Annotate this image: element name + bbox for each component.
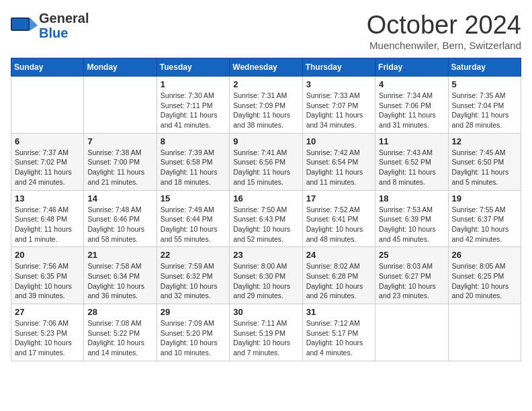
day-info: Sunrise: 7:52 AM Sunset: 6:41 PM Dayligh… bbox=[306, 205, 371, 244]
day-number: 1 bbox=[161, 79, 226, 89]
location-text: Muenchenwiler, Bern, Switzerland bbox=[367, 40, 521, 51]
calendar-cell: 27Sunrise: 7:06 AM Sunset: 5:23 PM Dayli… bbox=[11, 304, 84, 361]
day-info: Sunrise: 8:05 AM Sunset: 6:25 PM Dayligh… bbox=[452, 261, 517, 301]
day-number: 8 bbox=[161, 136, 226, 146]
day-info: Sunrise: 8:03 AM Sunset: 6:27 PM Dayligh… bbox=[379, 261, 444, 301]
calendar-cell: 18Sunrise: 7:53 AM Sunset: 6:39 PM Dayli… bbox=[375, 190, 448, 247]
day-number: 29 bbox=[161, 307, 226, 317]
day-info: Sunrise: 7:45 AM Sunset: 6:50 PM Dayligh… bbox=[452, 148, 517, 187]
month-title: October 2024 bbox=[367, 11, 521, 40]
calendar-cell: 11Sunrise: 7:43 AM Sunset: 6:52 PM Dayli… bbox=[375, 133, 448, 190]
day-info: Sunrise: 7:11 AM Sunset: 5:19 PM Dayligh… bbox=[233, 318, 298, 358]
day-info: Sunrise: 7:42 AM Sunset: 6:54 PM Dayligh… bbox=[306, 148, 371, 187]
day-info: Sunrise: 7:12 AM Sunset: 5:17 PM Dayligh… bbox=[306, 318, 371, 358]
calendar-cell bbox=[84, 77, 157, 134]
day-info: Sunrise: 7:30 AM Sunset: 7:11 PM Dayligh… bbox=[161, 91, 226, 130]
calendar-cell: 24Sunrise: 8:02 AM Sunset: 6:28 PM Dayli… bbox=[302, 247, 375, 304]
calendar-cell: 28Sunrise: 7:08 AM Sunset: 5:22 PM Dayli… bbox=[84, 304, 157, 361]
day-number: 26 bbox=[452, 250, 517, 260]
calendar-cell: 4Sunrise: 7:34 AM Sunset: 7:06 PM Daylig… bbox=[375, 77, 448, 134]
logo: General Blue bbox=[11, 11, 89, 40]
day-info: Sunrise: 7:08 AM Sunset: 5:22 PM Dayligh… bbox=[87, 318, 152, 358]
page-header: General Blue October 2024 Muenchenwiler,… bbox=[11, 11, 521, 51]
day-info: Sunrise: 7:59 AM Sunset: 6:32 PM Dayligh… bbox=[161, 261, 226, 301]
day-number: 5 bbox=[452, 79, 517, 89]
day-header-wednesday: Wednesday bbox=[230, 58, 302, 77]
calendar-cell: 9Sunrise: 7:41 AM Sunset: 6:56 PM Daylig… bbox=[230, 133, 302, 190]
day-info: Sunrise: 7:46 AM Sunset: 6:48 PM Dayligh… bbox=[15, 205, 80, 244]
day-info: Sunrise: 7:41 AM Sunset: 6:56 PM Dayligh… bbox=[233, 148, 298, 187]
title-section: October 2024 Muenchenwiler, Bern, Switze… bbox=[367, 11, 521, 51]
calendar-cell: 5Sunrise: 7:35 AM Sunset: 7:04 PM Daylig… bbox=[448, 77, 521, 134]
day-number: 20 bbox=[15, 250, 80, 260]
day-number: 13 bbox=[15, 193, 80, 203]
calendar-cell: 19Sunrise: 7:55 AM Sunset: 6:37 PM Dayli… bbox=[448, 190, 521, 247]
day-number: 15 bbox=[161, 193, 226, 203]
calendar-header-row: SundayMondayTuesdayWednesdayThursdayFrid… bbox=[11, 58, 521, 77]
calendar-cell: 25Sunrise: 8:03 AM Sunset: 6:27 PM Dayli… bbox=[375, 247, 448, 304]
day-info: Sunrise: 7:48 AM Sunset: 6:46 PM Dayligh… bbox=[87, 205, 152, 244]
day-info: Sunrise: 8:02 AM Sunset: 6:28 PM Dayligh… bbox=[306, 261, 371, 301]
day-info: Sunrise: 7:55 AM Sunset: 6:37 PM Dayligh… bbox=[452, 205, 517, 244]
calendar-cell: 6Sunrise: 7:37 AM Sunset: 7:02 PM Daylig… bbox=[11, 133, 84, 190]
calendar-week-5: 27Sunrise: 7:06 AM Sunset: 5:23 PM Dayli… bbox=[11, 304, 521, 361]
day-number: 18 bbox=[379, 193, 444, 203]
day-number: 22 bbox=[161, 250, 226, 260]
day-info: Sunrise: 7:31 AM Sunset: 7:09 PM Dayligh… bbox=[233, 91, 298, 130]
day-header-sunday: Sunday bbox=[11, 58, 84, 77]
logo-blue-text: Blue bbox=[39, 26, 89, 40]
day-header-monday: Monday bbox=[84, 58, 157, 77]
day-info: Sunrise: 7:53 AM Sunset: 6:39 PM Dayligh… bbox=[379, 205, 444, 244]
calendar-cell: 30Sunrise: 7:11 AM Sunset: 5:19 PM Dayli… bbox=[230, 304, 302, 361]
calendar-cell bbox=[448, 304, 521, 361]
calendar-cell: 16Sunrise: 7:50 AM Sunset: 6:43 PM Dayli… bbox=[230, 190, 302, 247]
day-info: Sunrise: 7:35 AM Sunset: 7:04 PM Dayligh… bbox=[452, 91, 517, 130]
day-header-tuesday: Tuesday bbox=[157, 58, 229, 77]
calendar-cell: 21Sunrise: 7:58 AM Sunset: 6:34 PM Dayli… bbox=[84, 247, 157, 304]
day-number: 17 bbox=[306, 193, 371, 203]
day-header-thursday: Thursday bbox=[302, 58, 375, 77]
day-info: Sunrise: 7:06 AM Sunset: 5:23 PM Dayligh… bbox=[15, 318, 80, 358]
svg-marker-1 bbox=[30, 17, 38, 31]
calendar-cell: 8Sunrise: 7:39 AM Sunset: 6:58 PM Daylig… bbox=[157, 133, 229, 190]
day-number: 24 bbox=[306, 250, 371, 260]
calendar-cell: 14Sunrise: 7:48 AM Sunset: 6:46 PM Dayli… bbox=[84, 190, 157, 247]
calendar-cell: 10Sunrise: 7:42 AM Sunset: 6:54 PM Dayli… bbox=[302, 133, 375, 190]
logo-general-text: General bbox=[39, 11, 89, 26]
day-number: 9 bbox=[233, 136, 298, 146]
day-number: 30 bbox=[233, 307, 298, 317]
day-info: Sunrise: 7:58 AM Sunset: 6:34 PM Dayligh… bbox=[87, 261, 152, 301]
day-number: 27 bbox=[15, 307, 80, 317]
day-info: Sunrise: 7:39 AM Sunset: 6:58 PM Dayligh… bbox=[161, 148, 226, 187]
calendar-cell: 31Sunrise: 7:12 AM Sunset: 5:17 PM Dayli… bbox=[302, 304, 375, 361]
day-number: 11 bbox=[379, 136, 444, 146]
day-info: Sunrise: 7:37 AM Sunset: 7:02 PM Dayligh… bbox=[15, 148, 80, 187]
day-info: Sunrise: 7:34 AM Sunset: 7:06 PM Dayligh… bbox=[379, 91, 444, 130]
calendar-cell: 29Sunrise: 7:09 AM Sunset: 5:20 PM Dayli… bbox=[157, 304, 229, 361]
calendar-week-2: 6Sunrise: 7:37 AM Sunset: 7:02 PM Daylig… bbox=[11, 133, 521, 190]
logo-icon bbox=[11, 12, 38, 39]
calendar-week-1: 1Sunrise: 7:30 AM Sunset: 7:11 PM Daylig… bbox=[11, 77, 521, 134]
day-number: 2 bbox=[233, 79, 298, 89]
calendar-table: SundayMondayTuesdayWednesdayThursdayFrid… bbox=[11, 58, 521, 361]
day-number: 14 bbox=[87, 193, 152, 203]
day-number: 31 bbox=[306, 307, 371, 317]
calendar-cell: 12Sunrise: 7:45 AM Sunset: 6:50 PM Dayli… bbox=[448, 133, 521, 190]
calendar-cell: 7Sunrise: 7:38 AM Sunset: 7:00 PM Daylig… bbox=[84, 133, 157, 190]
day-number: 19 bbox=[452, 193, 517, 203]
day-info: Sunrise: 7:49 AM Sunset: 6:44 PM Dayligh… bbox=[161, 205, 226, 244]
calendar-cell: 13Sunrise: 7:46 AM Sunset: 6:48 PM Dayli… bbox=[11, 190, 84, 247]
day-number: 6 bbox=[15, 136, 80, 146]
day-info: Sunrise: 8:00 AM Sunset: 6:30 PM Dayligh… bbox=[233, 261, 298, 301]
day-number: 16 bbox=[233, 193, 298, 203]
day-info: Sunrise: 7:33 AM Sunset: 7:07 PM Dayligh… bbox=[306, 91, 371, 130]
calendar-cell: 2Sunrise: 7:31 AM Sunset: 7:09 PM Daylig… bbox=[230, 77, 302, 134]
day-info: Sunrise: 7:43 AM Sunset: 6:52 PM Dayligh… bbox=[379, 148, 444, 187]
day-number: 3 bbox=[306, 79, 371, 89]
calendar-week-4: 20Sunrise: 7:56 AM Sunset: 6:35 PM Dayli… bbox=[11, 247, 521, 304]
calendar-cell: 3Sunrise: 7:33 AM Sunset: 7:07 PM Daylig… bbox=[302, 77, 375, 134]
calendar-cell: 22Sunrise: 7:59 AM Sunset: 6:32 PM Dayli… bbox=[157, 247, 229, 304]
day-header-friday: Friday bbox=[375, 58, 448, 77]
day-info: Sunrise: 7:09 AM Sunset: 5:20 PM Dayligh… bbox=[161, 318, 226, 358]
calendar-cell: 20Sunrise: 7:56 AM Sunset: 6:35 PM Dayli… bbox=[11, 247, 84, 304]
